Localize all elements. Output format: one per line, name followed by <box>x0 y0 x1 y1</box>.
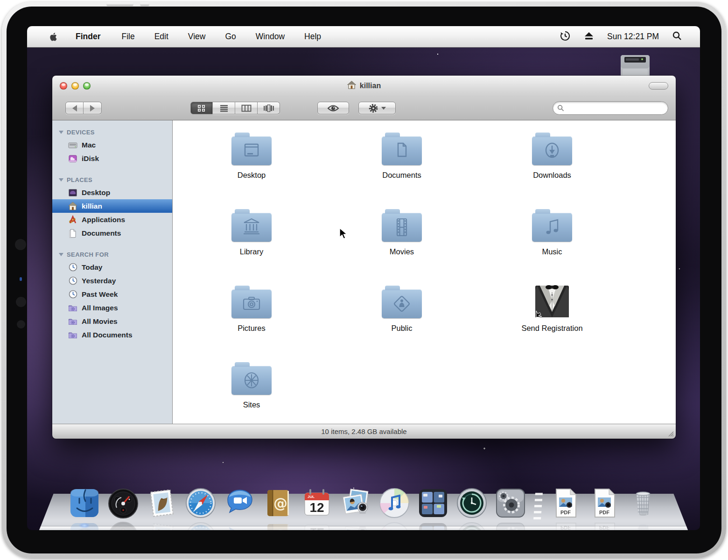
file-item-music[interactable]: Music <box>477 202 627 278</box>
file-label: Library <box>240 247 263 256</box>
sidebar-section-places[interactable]: PLACES <box>52 174 172 186</box>
coverflow-view-button[interactable] <box>258 102 280 114</box>
minimize-button[interactable] <box>71 82 79 90</box>
quick-look-button[interactable] <box>317 102 349 114</box>
dock-mail-icon[interactable] <box>145 486 179 520</box>
disclosure-triangle-icon[interactable] <box>59 253 63 256</box>
dock-spaces-icon[interactable] <box>416 486 450 520</box>
dock-pdf-document-icon[interactable]: PDF <box>588 486 621 520</box>
disclosure-triangle-icon[interactable] <box>59 178 63 182</box>
menu-bar: Finder File Edit View Go Window Help Sun… <box>27 26 700 48</box>
sidebar-item-all-movies[interactable]: All Movies <box>52 315 172 328</box>
file-item-movies[interactable]: Movies <box>327 202 477 278</box>
dock-system-preferences-icon[interactable] <box>494 486 527 520</box>
file-label: Desktop <box>238 171 266 180</box>
window-title: killian <box>360 82 381 90</box>
file-item-pictures[interactable]: Pictures <box>176 278 327 355</box>
sidebar-item-mac[interactable]: Mac <box>52 138 172 152</box>
file-item-send-registration[interactable]: Send Registration <box>477 278 627 355</box>
menu-window[interactable]: Window <box>247 32 294 42</box>
dock-ichat-icon[interactable] <box>223 486 256 520</box>
sidebar-item-all-images[interactable]: All Images <box>52 301 172 315</box>
power-button <box>140 3 149 6</box>
sidebar-section-devices[interactable]: DEVICES <box>52 126 172 138</box>
chevron-down-icon <box>381 107 386 110</box>
sensor-icon <box>17 320 25 329</box>
spotlight-icon[interactable] <box>672 31 682 43</box>
sidebar-item-idisk[interactable]: iDisk <box>52 152 172 165</box>
menu-view[interactable]: View <box>179 32 215 42</box>
toolbar-toggle-button[interactable] <box>649 82 668 90</box>
home-icon <box>68 202 77 211</box>
resize-grip[interactable] <box>667 430 674 437</box>
file-label: Public <box>392 324 413 333</box>
dock-dashboard-icon[interactable] <box>106 486 140 520</box>
dock-safari-icon[interactable] <box>184 486 217 520</box>
title-bar[interactable]: killian <box>52 76 676 96</box>
menu-edit[interactable]: Edit <box>146 32 177 42</box>
hard-disk-icon <box>68 140 77 150</box>
back-button[interactable] <box>65 102 84 114</box>
section-header-label: SEARCH FOR <box>67 251 109 258</box>
section-header-label: DEVICES <box>67 129 95 136</box>
sidebar-item-label: Mac <box>82 141 96 149</box>
menu-finder[interactable]: Finder <box>67 32 111 42</box>
desktop-screen: Finder File Edit View Go Window Help Sun… <box>27 26 700 530</box>
column-view-button[interactable] <box>235 102 258 114</box>
grid-view-icon <box>197 105 206 112</box>
sidebar-item-documents[interactable]: Documents <box>52 226 172 240</box>
icon-view-button[interactable] <box>190 102 213 114</box>
zoom-button[interactable] <box>83 82 91 90</box>
file-item-sites[interactable]: Sites <box>176 355 327 424</box>
eject-menu-icon[interactable] <box>584 31 594 42</box>
apple-menu-icon[interactable] <box>49 31 58 42</box>
sidebar-item-yesterday[interactable]: Yesterday <box>52 274 172 287</box>
sidebar-item-applications[interactable]: Applications <box>52 213 172 226</box>
file-item-library[interactable]: Library <box>176 202 327 278</box>
column-view-icon <box>241 105 252 112</box>
dock-trash-icon[interactable] <box>626 486 660 520</box>
search-input[interactable] <box>564 105 668 112</box>
action-menu-button[interactable] <box>358 102 396 114</box>
dock: @ JUL12 <box>27 467 700 530</box>
menu-help[interactable]: Help <box>295 32 330 42</box>
file-item-downloads[interactable]: Downloads <box>477 125 627 202</box>
sidebar: DEVICES Mac iDisk PLACES Desktop <box>52 120 173 424</box>
dock-finder-icon[interactable] <box>68 486 101 520</box>
sidebar-item-all-documents[interactable]: All Documents <box>52 328 172 342</box>
file-item-public[interactable]: Public <box>327 278 477 355</box>
sidebar-item-label: All Documents <box>82 331 133 339</box>
close-button[interactable] <box>60 82 67 90</box>
file-item-documents[interactable]: Documents <box>327 125 477 202</box>
dock-ical-icon[interactable]: JUL12 <box>300 486 334 520</box>
svg-text:@: @ <box>273 495 287 511</box>
dock-itunes-icon[interactable] <box>378 486 411 520</box>
menu-file[interactable]: File <box>112 32 143 42</box>
sidebar-item-label: Yesterday <box>82 277 116 285</box>
sidebar-section-search-for[interactable]: SEARCH FOR <box>52 248 172 260</box>
dock-time-machine-icon[interactable] <box>455 486 489 520</box>
search-field[interactable] <box>553 101 668 115</box>
sidebar-item-past-week[interactable]: Past Week <box>52 287 172 301</box>
pictures-folder-icon <box>231 289 272 318</box>
sidebar-item-label: Past Week <box>82 290 118 299</box>
mouse-cursor <box>339 228 349 240</box>
sidebar-item-label: killian <box>82 202 102 210</box>
menu-clock[interactable]: Sun 12:21 PM <box>607 32 659 42</box>
forward-button[interactable] <box>84 102 102 114</box>
disclosure-triangle-icon[interactable] <box>59 131 63 134</box>
ical-month: JUL <box>308 495 315 499</box>
dock-pdf-document-icon[interactable]: PDF <box>549 486 582 520</box>
time-machine-menu-icon[interactable] <box>560 30 571 43</box>
sidebar-item-today[interactable]: Today <box>52 260 172 274</box>
sidebar-item-desktop[interactable]: Desktop <box>52 186 172 199</box>
list-view-button[interactable] <box>213 102 235 114</box>
sidebar-item-label: Desktop <box>82 189 110 197</box>
idisk-icon <box>68 154 77 163</box>
dock-address-book-icon[interactable]: @ <box>261 486 295 520</box>
dock-iphoto-icon[interactable] <box>339 486 372 520</box>
sidebar-item-killian[interactable]: killian <box>52 199 172 213</box>
view-mode-control <box>190 102 280 114</box>
menu-go[interactable]: Go <box>216 32 245 42</box>
file-item-desktop[interactable]: Desktop <box>176 125 327 202</box>
